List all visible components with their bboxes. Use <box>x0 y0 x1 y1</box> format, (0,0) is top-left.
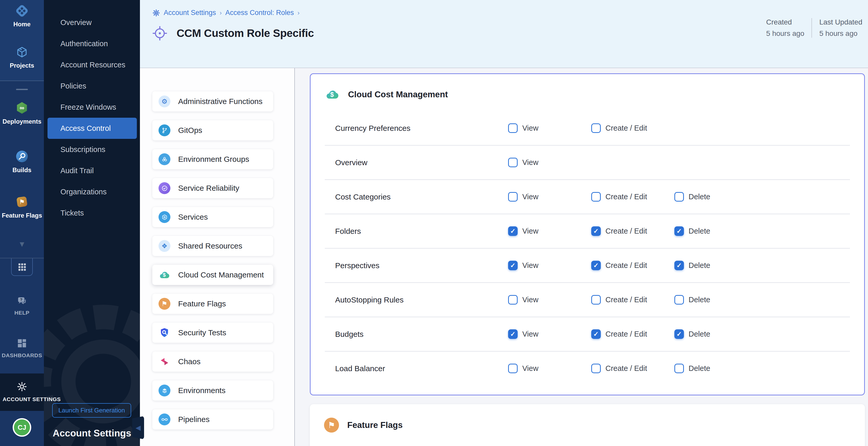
sidebar-item-policies[interactable]: Policies <box>48 75 137 97</box>
permission-slot: ✓View <box>508 329 591 339</box>
rail-item-deployments[interactable]: ∞Deployments <box>3 101 41 125</box>
svg-text:$: $ <box>330 91 334 98</box>
checkbox-delete[interactable] <box>674 192 684 201</box>
category-card-service-reliability[interactable]: Service Reliability <box>152 178 273 198</box>
sidebar-item-organizations[interactable]: Organizations <box>48 181 137 202</box>
category-card-chaos[interactable]: Chaos <box>152 352 273 372</box>
rail-item-dashboards[interactable]: DASHBOARDS <box>2 338 42 359</box>
permission-slot: ✓Delete <box>674 329 757 339</box>
checkbox-label: View <box>522 295 538 304</box>
permission-slot: View <box>508 364 591 373</box>
rail-item-help[interactable]: ?HELP <box>14 295 29 316</box>
category-card-feature-flags[interactable]: ⚑Feature Flags <box>152 294 273 314</box>
module-launcher-button[interactable] <box>11 258 33 276</box>
checkbox-view[interactable] <box>508 364 518 373</box>
category-label: Security Tests <box>178 328 226 337</box>
checkbox-create-edit[interactable]: ✓ <box>591 329 601 339</box>
checkbox-label: Create / Edit <box>606 364 647 373</box>
checkbox-create-edit[interactable] <box>591 192 601 201</box>
checkbox-view[interactable] <box>508 158 518 167</box>
category-card-security-tests[interactable]: Security Tests <box>152 323 273 343</box>
checkbox-view[interactable]: ✓ <box>508 261 518 270</box>
permission-slot: ✓Create / Edit <box>591 329 674 339</box>
panel-title: Cloud Cost Management <box>348 90 448 99</box>
title-row: CCM Custom Role Specific <box>151 25 314 42</box>
avatar[interactable]: CJ <box>13 418 31 437</box>
checkbox-create-edit[interactable] <box>591 123 601 133</box>
category-card-services[interactable]: Services <box>152 207 273 227</box>
sidebar-item-account-resources[interactable]: Account Resources <box>48 54 137 75</box>
checkbox-view[interactable] <box>508 295 518 305</box>
rail-item-account-settings[interactable]: ACCOUNT SETTINGS <box>0 374 44 411</box>
content-columns: ⚙Administrative Functions GitOps Environ… <box>140 68 868 446</box>
checkbox-view[interactable] <box>508 123 518 133</box>
rail-item-label: Projects <box>10 62 34 69</box>
settings-gear-icon <box>152 9 160 17</box>
rail-item-feature-flags[interactable]: ⚑Feature Flags <box>2 195 42 219</box>
category-label: Feature Flags <box>178 299 226 308</box>
permission-slot: ✓View <box>508 226 591 236</box>
permission-row-load-balancer: Load BalancerViewCreate / EditDelete <box>325 352 850 385</box>
permission-slot: Create / Edit <box>591 364 674 373</box>
sidebar-item-overview[interactable]: Overview <box>48 12 137 33</box>
rail-item-home[interactable]: Home <box>13 4 31 28</box>
permissions-area: $ Cloud Cost Management Currency Prefere… <box>295 68 868 446</box>
checkbox-label: View <box>522 158 538 167</box>
meta-divider <box>811 18 812 38</box>
breadcrumb-link[interactable]: Account Settings <box>164 9 216 17</box>
checkbox-create-edit[interactable] <box>591 364 601 373</box>
sidebar-item-freeze-windows[interactable]: Freeze Windows <box>48 97 137 118</box>
rail-item-builds[interactable]: Builds <box>12 150 31 174</box>
checkbox-delete[interactable] <box>674 364 684 373</box>
permission-slot: ✓Delete <box>674 261 757 270</box>
permission-slot: Create / Edit <box>591 123 674 133</box>
permission-slot: Delete <box>674 364 757 373</box>
sidebar-item-subscriptions[interactable]: Subscriptions <box>48 139 137 160</box>
sidebar-item-tickets[interactable]: Tickets <box>48 202 137 224</box>
checkbox-label: View <box>522 261 538 270</box>
category-label: Environment Groups <box>178 155 249 164</box>
rail-item-projects[interactable]: Projects <box>10 45 34 69</box>
checkbox-view[interactable]: ✓ <box>508 226 518 236</box>
category-label: GitOps <box>178 126 202 135</box>
chevron-down-icon[interactable]: ▼ <box>18 240 26 248</box>
checkbox-create-edit[interactable]: ✓ <box>591 261 601 270</box>
category-card-gitops[interactable]: GitOps <box>152 120 273 140</box>
rail-item-label: DASHBOARDS <box>2 352 42 359</box>
launch-first-generation-button[interactable]: Launch First Generation <box>52 403 131 418</box>
projects-icon <box>15 45 29 59</box>
checkbox-delete[interactable]: ✓ <box>674 329 684 339</box>
breadcrumb-link[interactable]: Access Control: Roles <box>225 9 294 17</box>
checkbox-delete[interactable]: ✓ <box>674 226 684 236</box>
permission-row-label: Perspectives <box>325 261 508 270</box>
sidebar-item-audit-trail[interactable]: Audit Trail <box>48 160 137 181</box>
sidebar-item-access-control[interactable]: Access Control <box>48 118 137 139</box>
checkbox-view[interactable] <box>508 192 518 201</box>
checkbox-delete[interactable] <box>674 295 684 305</box>
checkbox-view[interactable]: ✓ <box>508 329 518 339</box>
permission-row-label: Folders <box>325 227 508 236</box>
role-target-icon <box>151 25 168 42</box>
breadcrumb: Account Settings›Access Control: Roles› <box>152 9 300 17</box>
checkbox-create-edit[interactable] <box>591 295 601 305</box>
checkbox-delete[interactable]: ✓ <box>674 261 684 270</box>
cloud-cost-management-icon: $ <box>325 87 340 102</box>
category-card-environment-groups[interactable]: Environment Groups <box>152 149 273 169</box>
category-card-cloud-cost-management[interactable]: $Cloud Cost Management <box>152 265 273 285</box>
collapse-sidebar-tab[interactable]: ◀ <box>132 416 144 439</box>
permission-row-budgets: Budgets✓View✓Create / Edit✓Delete <box>325 317 850 352</box>
checkbox-label: Create / Edit <box>606 330 647 338</box>
category-card-environments[interactable]: Environments <box>152 380 273 401</box>
created-value: 5 hours ago <box>766 29 805 38</box>
category-card-pipelines[interactable]: Pipelines <box>152 409 273 429</box>
category-card-shared-resources[interactable]: ❖Shared Resources <box>152 236 273 256</box>
resource-category-list: ⚙Administrative Functions GitOps Environ… <box>140 68 295 446</box>
category-label: Shared Resources <box>178 242 242 250</box>
permission-row-perspectives: Perspectives✓View✓Create / Edit✓Delete <box>325 249 850 283</box>
environment-groups-icon <box>158 153 170 165</box>
checkbox-create-edit[interactable]: ✓ <box>591 226 601 236</box>
category-card-administrative-functions[interactable]: ⚙Administrative Functions <box>152 91 273 112</box>
permission-row-label: Load Balancer <box>325 364 508 373</box>
permission-slot: View <box>508 123 591 133</box>
sidebar-item-authentication[interactable]: Authentication <box>48 33 137 54</box>
